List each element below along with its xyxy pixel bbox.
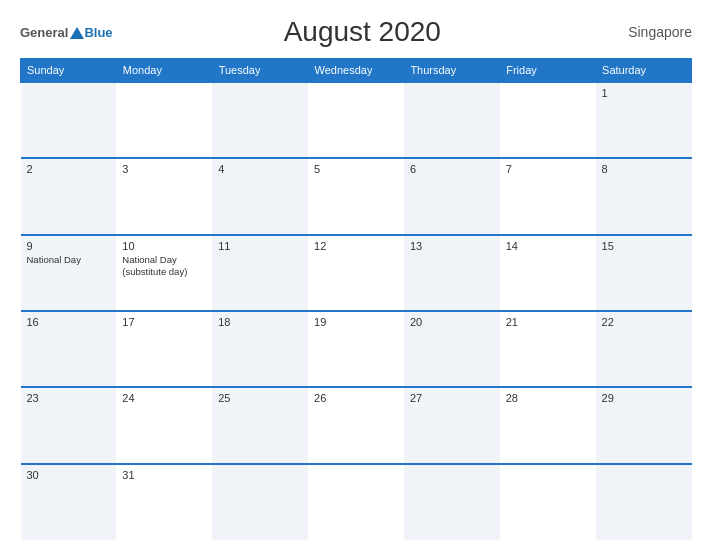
day-number: 18 bbox=[218, 316, 302, 328]
day-number: 3 bbox=[122, 163, 206, 175]
day-number: 29 bbox=[602, 392, 686, 404]
day-number: 21 bbox=[506, 316, 590, 328]
calendar-cell bbox=[21, 82, 117, 158]
calendar-cell bbox=[308, 82, 404, 158]
day-number: 10 bbox=[122, 240, 206, 252]
calendar-cell: 16 bbox=[21, 311, 117, 387]
calendar-cell: 15 bbox=[596, 235, 692, 311]
day-number: 30 bbox=[27, 469, 111, 481]
calendar-cell: 17 bbox=[116, 311, 212, 387]
calendar-week-row: 9National Day10National Day(substitute d… bbox=[21, 235, 692, 311]
calendar-cell: 20 bbox=[404, 311, 500, 387]
calendar-cell bbox=[404, 82, 500, 158]
calendar-cell: 31 bbox=[116, 464, 212, 540]
day-number: 25 bbox=[218, 392, 302, 404]
calendar-week-row: 2345678 bbox=[21, 158, 692, 234]
weekday-header-row: Sunday Monday Tuesday Wednesday Thursday… bbox=[21, 59, 692, 83]
day-number: 9 bbox=[27, 240, 111, 252]
logo-general-text: General bbox=[20, 25, 68, 40]
header-wednesday: Wednesday bbox=[308, 59, 404, 83]
calendar-cell: 25 bbox=[212, 387, 308, 463]
day-number: 28 bbox=[506, 392, 590, 404]
calendar-cell: 1 bbox=[596, 82, 692, 158]
calendar-cell bbox=[500, 464, 596, 540]
calendar-cell bbox=[308, 464, 404, 540]
logo-blue-text: Blue bbox=[84, 25, 112, 40]
calendar-cell: 26 bbox=[308, 387, 404, 463]
calendar-cell: 28 bbox=[500, 387, 596, 463]
header-sunday: Sunday bbox=[21, 59, 117, 83]
header-saturday: Saturday bbox=[596, 59, 692, 83]
day-number: 16 bbox=[27, 316, 111, 328]
calendar-cell bbox=[500, 82, 596, 158]
day-number: 31 bbox=[122, 469, 206, 481]
day-number: 17 bbox=[122, 316, 206, 328]
calendar-cell: 12 bbox=[308, 235, 404, 311]
calendar-cell: 14 bbox=[500, 235, 596, 311]
calendar-cell: 29 bbox=[596, 387, 692, 463]
day-number: 19 bbox=[314, 316, 398, 328]
calendar-cell: 5 bbox=[308, 158, 404, 234]
calendar-title: August 2020 bbox=[113, 16, 612, 48]
calendar-page: General Blue August 2020 Singapore Sunda… bbox=[0, 0, 712, 550]
calendar-week-row: 3031 bbox=[21, 464, 692, 540]
calendar-cell bbox=[404, 464, 500, 540]
calendar-table: Sunday Monday Tuesday Wednesday Thursday… bbox=[20, 58, 692, 540]
calendar-cell bbox=[596, 464, 692, 540]
day-number: 1 bbox=[602, 87, 686, 99]
calendar-cell: 24 bbox=[116, 387, 212, 463]
header-tuesday: Tuesday bbox=[212, 59, 308, 83]
day-number: 2 bbox=[27, 163, 111, 175]
event-label: National Day bbox=[122, 254, 206, 266]
calendar-cell bbox=[116, 82, 212, 158]
event-label: National Day bbox=[27, 254, 111, 266]
calendar-cell: 3 bbox=[116, 158, 212, 234]
day-number: 7 bbox=[506, 163, 590, 175]
calendar-cell: 11 bbox=[212, 235, 308, 311]
logo: General Blue bbox=[20, 25, 113, 40]
calendar-cell: 7 bbox=[500, 158, 596, 234]
day-number: 11 bbox=[218, 240, 302, 252]
calendar-cell: 13 bbox=[404, 235, 500, 311]
day-number: 23 bbox=[27, 392, 111, 404]
day-number: 13 bbox=[410, 240, 494, 252]
calendar-cell: 18 bbox=[212, 311, 308, 387]
day-number: 5 bbox=[314, 163, 398, 175]
calendar-week-row: 16171819202122 bbox=[21, 311, 692, 387]
header-thursday: Thursday bbox=[404, 59, 500, 83]
day-number: 6 bbox=[410, 163, 494, 175]
event-label: (substitute day) bbox=[122, 266, 206, 278]
calendar-week-row: 1 bbox=[21, 82, 692, 158]
calendar-header: General Blue August 2020 Singapore bbox=[20, 16, 692, 48]
calendar-cell: 8 bbox=[596, 158, 692, 234]
calendar-week-row: 23242526272829 bbox=[21, 387, 692, 463]
day-number: 4 bbox=[218, 163, 302, 175]
calendar-cell bbox=[212, 82, 308, 158]
calendar-cell: 27 bbox=[404, 387, 500, 463]
calendar-cell: 4 bbox=[212, 158, 308, 234]
calendar-cell: 19 bbox=[308, 311, 404, 387]
day-number: 27 bbox=[410, 392, 494, 404]
day-number: 22 bbox=[602, 316, 686, 328]
region-label: Singapore bbox=[612, 24, 692, 40]
calendar-cell: 21 bbox=[500, 311, 596, 387]
header-monday: Monday bbox=[116, 59, 212, 83]
header-friday: Friday bbox=[500, 59, 596, 83]
day-number: 14 bbox=[506, 240, 590, 252]
calendar-cell: 10National Day(substitute day) bbox=[116, 235, 212, 311]
day-number: 20 bbox=[410, 316, 494, 328]
calendar-cell: 22 bbox=[596, 311, 692, 387]
calendar-cell: 30 bbox=[21, 464, 117, 540]
calendar-cell: 9National Day bbox=[21, 235, 117, 311]
day-number: 26 bbox=[314, 392, 398, 404]
calendar-cell: 23 bbox=[21, 387, 117, 463]
logo-triangle-icon bbox=[70, 27, 84, 39]
day-number: 24 bbox=[122, 392, 206, 404]
day-number: 8 bbox=[602, 163, 686, 175]
day-number: 12 bbox=[314, 240, 398, 252]
calendar-cell: 6 bbox=[404, 158, 500, 234]
calendar-cell: 2 bbox=[21, 158, 117, 234]
day-number: 15 bbox=[602, 240, 686, 252]
calendar-cell bbox=[212, 464, 308, 540]
